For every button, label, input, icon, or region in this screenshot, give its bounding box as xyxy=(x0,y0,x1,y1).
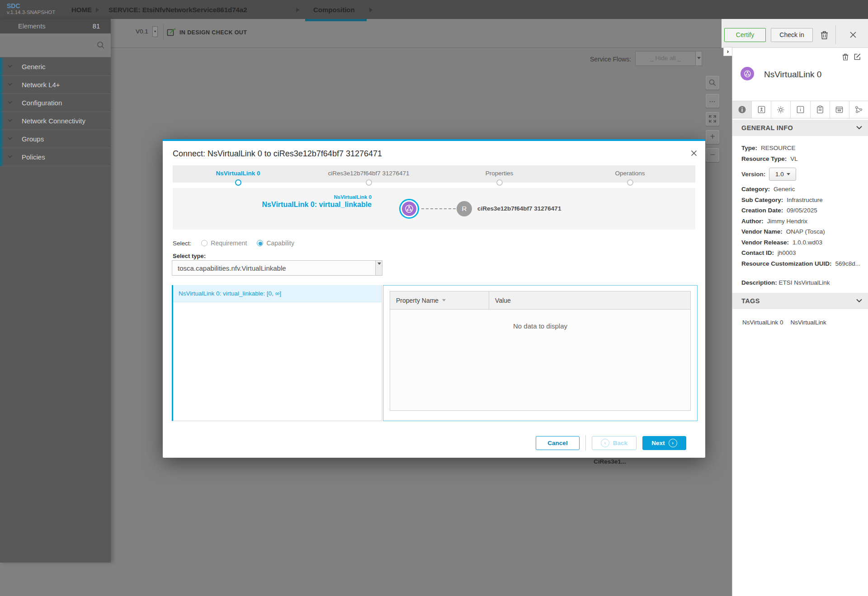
sidebar-item-generic[interactable]: Generic xyxy=(0,58,111,76)
capability-type-select[interactable]: tosca.capabilities.nfv.VirtualLinkable xyxy=(172,260,382,276)
delete-service-icon[interactable] xyxy=(821,31,828,39)
sidebar-item-groups[interactable]: Groups xyxy=(0,130,111,148)
lifecycle-status-label: IN DESIGN CHECK OUT xyxy=(179,29,247,36)
capability-list: NsVirtualLink 0: virtual_linkable: [0, ∞… xyxy=(172,285,382,421)
chevron-down-icon xyxy=(8,154,12,158)
chevron-down-icon xyxy=(8,99,12,103)
workspace-toolbar: V0.1 ▼ IN DESIGN CHECK OUT xyxy=(111,19,722,48)
sort-arrow-icon xyxy=(442,299,446,301)
close-icon[interactable] xyxy=(691,150,697,156)
step-indicator xyxy=(627,179,633,186)
canvas-fit-screen-button[interactable] xyxy=(706,112,719,126)
tab-deployment-artifacts[interactable] xyxy=(752,101,771,118)
sidebar-item-network-l4[interactable]: Network L4+ xyxy=(0,76,111,94)
search-icon xyxy=(97,41,105,49)
element-categories: Generic Network L4+ Configuration Networ… xyxy=(0,58,111,166)
toolbar-divider xyxy=(163,24,164,40)
check-in-button[interactable]: Check in xyxy=(771,28,813,42)
cancel-button[interactable]: Cancel xyxy=(536,436,580,450)
service-flows-select[interactable]: _ Hide all _ xyxy=(635,51,702,66)
toolbar-divider xyxy=(835,25,836,44)
properties-table-container: Property Name Value No data to display xyxy=(383,285,698,421)
chevron-down-icon xyxy=(695,52,702,66)
hierarchy-icon xyxy=(854,105,863,114)
certify-button[interactable]: Certify xyxy=(724,28,766,42)
tag-item: NsVirtualLink 0 xyxy=(742,319,783,326)
sidebar-search-input[interactable] xyxy=(0,33,111,57)
wizard-content: NsVirtualLink 0: virtual_linkable: [0, ∞… xyxy=(172,285,698,421)
step-indicator xyxy=(496,179,503,186)
zoom-in-button[interactable]: + xyxy=(706,130,719,144)
chevron-down-icon xyxy=(8,63,12,67)
wizard-step-source[interactable]: NsVirtualLink 0 xyxy=(173,165,303,183)
version-dropdown[interactable]: ▼ xyxy=(152,26,158,37)
column-value[interactable]: Value xyxy=(489,291,690,309)
breadcrumb-composition[interactable]: Composition xyxy=(313,6,355,14)
info-square-icon xyxy=(796,105,805,114)
tab-information-artifacts[interactable] xyxy=(791,101,810,118)
modal-title: Connect: NsVirtualLink 0 to ciRes3e12b7f… xyxy=(173,149,382,159)
chevron-right-icon xyxy=(369,8,373,12)
gear-icon xyxy=(776,105,785,114)
tab-inputs[interactable] xyxy=(811,101,830,118)
panel-tabs xyxy=(732,101,868,118)
tab-properties[interactable] xyxy=(771,101,791,118)
chevron-right-icon xyxy=(296,8,299,12)
service-flows-label: Service Flows: xyxy=(590,56,631,63)
archive-icon xyxy=(835,105,844,114)
sdc-logo[interactable]: SDC v.1.14.3-SNAPSHOT xyxy=(7,3,55,15)
back-button[interactable]: ‹ Back xyxy=(592,436,637,450)
tab-requirements-capabilities[interactable] xyxy=(830,101,849,118)
general-info-section-header[interactable]: GENERAL INFO xyxy=(732,120,868,136)
footer-divider xyxy=(585,435,586,451)
step-indicator xyxy=(366,179,372,186)
select-type-label: Select type: xyxy=(173,253,206,259)
arrow-left-icon: ‹ xyxy=(601,439,609,447)
breadcrumb-home[interactable]: HOME xyxy=(71,6,92,14)
canvas-more-button[interactable]: ... xyxy=(706,94,719,108)
sidebar-item-network-connectivity[interactable]: Network Connectivity xyxy=(0,112,111,130)
tab-composition-structure[interactable] xyxy=(849,101,868,118)
wizard-step-target[interactable]: ciRes3e12b7f64bf7 31276471 xyxy=(303,165,434,183)
requirement-radio[interactable]: Requirement xyxy=(201,239,247,247)
component-title: NsVirtualLink 0 xyxy=(764,70,821,80)
chevron-down-icon xyxy=(856,126,862,130)
select-row: Select: Requirement Capability xyxy=(173,239,294,247)
properties-table: Property Name Value No data to display xyxy=(390,291,691,411)
wizard-steps: NsVirtualLink 0 ciRes3e12b7f64bf7 312764… xyxy=(173,165,695,183)
close-workspace-icon[interactable] xyxy=(849,31,857,38)
column-property-name[interactable]: Property Name xyxy=(390,291,489,309)
sdc-version-text: v.1.14.3-SNAPSHOT xyxy=(7,9,55,15)
canvas-search-button[interactable] xyxy=(706,76,719,89)
checkout-pencil-icon xyxy=(167,28,176,37)
panel-collapse-button[interactable]: › xyxy=(723,47,732,56)
component-version-dropdown[interactable]: 1.0 xyxy=(769,168,796,181)
chevron-down-icon xyxy=(787,173,790,175)
source-node xyxy=(399,199,419,219)
info-icon xyxy=(738,105,746,114)
capability-radio[interactable]: Capability xyxy=(257,239,294,247)
next-button[interactable]: Next › xyxy=(642,436,686,450)
artifact-image-icon xyxy=(757,105,766,114)
delete-component-icon[interactable] xyxy=(842,53,849,61)
sidebar-item-configuration[interactable]: Configuration xyxy=(0,94,111,112)
capability-list-item[interactable]: NsVirtualLink 0: virtual_linkable: [0, ∞… xyxy=(173,285,382,302)
field-vendor-release: Vendor Release:1.0.0.wd03 xyxy=(741,237,863,248)
wizard-step-properties[interactable]: Properties xyxy=(434,165,565,183)
zoom-out-button[interactable]: − xyxy=(706,148,719,162)
service-version-value: V0.1 xyxy=(136,28,148,35)
edit-component-icon[interactable] xyxy=(854,53,861,60)
target-node-name: ciRes3e12b7f64bf7 31276471 xyxy=(477,205,561,212)
arrow-right-icon: › xyxy=(669,439,677,447)
wizard-step-operations[interactable]: Operations xyxy=(565,165,695,183)
canvas-node-label: CiRes3e1... xyxy=(594,458,626,465)
table-empty-state: No data to display xyxy=(390,310,690,410)
tags-section-header[interactable]: TAGS xyxy=(732,293,868,309)
tab-general-info[interactable] xyxy=(732,101,752,118)
source-node-name: NsVirtualLink 0 xyxy=(173,194,372,200)
top-header: SDC v.1.14.3-SNAPSHOT HOME SERVICE: Etsi… xyxy=(0,0,868,19)
sidebar-item-policies[interactable]: Policies xyxy=(0,148,111,166)
radio-icon xyxy=(201,240,208,246)
field-type: Type:RESOURCE xyxy=(741,143,863,154)
breadcrumb-service[interactable]: SERVICE: EtsiNfvNetworkService861d74a2 xyxy=(108,6,247,14)
